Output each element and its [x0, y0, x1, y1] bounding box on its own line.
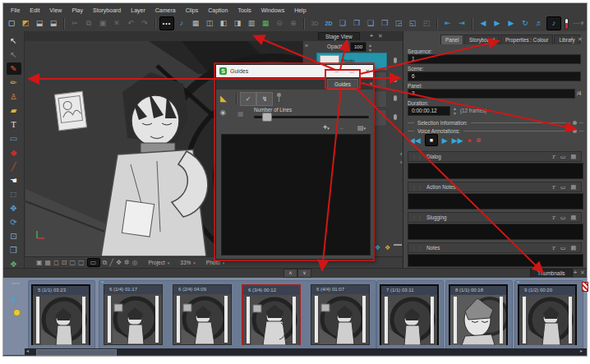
add-vector-layer-icon[interactable]: ❖	[375, 244, 380, 251]
opacity-spinner[interactable]: ▲▼	[368, 43, 372, 53]
text-format-icon[interactable]: T	[552, 245, 555, 251]
caption-folder-icon[interactable]: ▭	[560, 214, 566, 221]
scrollbar-handle[interactable]	[36, 349, 117, 356]
voice-stop-icon[interactable]: ■	[425, 134, 438, 146]
prev-panel-icon[interactable]: ◀	[477, 17, 490, 30]
caption-action-notes-header[interactable]: ⋮⋮ Action Notes T ▭ ▤	[408, 182, 582, 192]
panel-thumbnail-7[interactable]: 8 (1/1) 00:18	[449, 284, 508, 345]
guide-list-menu-icon[interactable]: ▤▾	[357, 124, 366, 131]
reset-2d-icon[interactable]: 2D	[322, 17, 335, 30]
brush-tool[interactable]: ✎	[7, 62, 21, 75]
rotate-3d-icon[interactable]: 3D	[308, 17, 321, 30]
vanishing-point-guide-icon[interactable]: ✓	[240, 92, 256, 106]
section-knob-icon[interactable]	[573, 121, 577, 125]
library-view-icon[interactable]: ▥	[245, 17, 258, 30]
cutter-tool[interactable]: ↖	[7, 48, 21, 61]
panel-collapse-left-icon[interactable]: ‹	[400, 151, 402, 157]
record-mode-icon[interactable]	[565, 18, 569, 30]
line-icon[interactable]: ╱	[109, 259, 113, 266]
zoom-level-dropdown[interactable]: —▾	[572, 17, 585, 30]
pivot-icon[interactable]: ◲	[392, 17, 405, 30]
duration-field[interactable]: 0:00:00.12	[408, 106, 450, 116]
caption-dialog-header[interactable]: ⋮⋮ Dialog T ▭ ▤	[408, 151, 582, 162]
text-tool[interactable]: T	[7, 118, 21, 131]
drag-handle-icon[interactable]: ⋮⋮	[412, 184, 423, 190]
panel-select-tool[interactable]: ⬚	[7, 188, 21, 200]
stamp-tool[interactable]: ♙	[7, 90, 21, 103]
menu-caption[interactable]: Caption	[204, 7, 232, 14]
tab-stage-view[interactable]: Stage View	[318, 32, 360, 40]
layout-panels-icon[interactable]: ◫	[203, 17, 216, 30]
square-grid-guide-icon[interactable]: ✳	[219, 108, 226, 117]
drag-handle-icon[interactable]: ⋮⋮	[412, 245, 423, 251]
scroll-left-icon[interactable]: ◂	[26, 348, 29, 353]
caption-folder-icon[interactable]: ▭	[560, 245, 566, 251]
text-format-icon[interactable]: T	[552, 154, 555, 160]
eraser-tool[interactable]: ▰	[7, 104, 21, 117]
new-guide-icon[interactable]: ◣	[220, 94, 227, 103]
voice-play-icon[interactable]: ▶	[442, 136, 448, 145]
menu-edit[interactable]: Edit	[25, 7, 44, 14]
tab-guides[interactable]: Guides	[327, 79, 358, 90]
opacity-value[interactable]: 100	[350, 42, 366, 52]
layer-panel-collapse-icon[interactable]: »	[305, 43, 308, 48]
caption-dialog-box[interactable]	[408, 163, 583, 179]
stage-close-view-icon[interactable]: ✕	[378, 33, 383, 39]
film-view-icon[interactable]: ◨	[231, 17, 244, 30]
tab-storyboard[interactable]: Storyboard	[464, 35, 500, 44]
layer-audio-icon[interactable]	[394, 76, 397, 82]
tab-properties-colour[interactable]: Properties : Colour	[500, 35, 554, 44]
menu-storyboard[interactable]: Storyboard	[89, 7, 125, 14]
last-frame-icon[interactable]: ⇥	[455, 17, 468, 30]
guides-dialog[interactable]: S Guides – □ ✕ Guides + ✕ ◣ ✓ ↯ ✳ ▦ Numb…	[215, 64, 374, 260]
stage-add-view-icon[interactable]: +	[370, 33, 373, 39]
onion-skin-icon[interactable]: ⧉	[103, 259, 108, 267]
minimize-icon[interactable]: –	[334, 67, 338, 75]
panel-collapse-right-icon[interactable]: ›	[400, 159, 402, 165]
number-of-lines-slider-handle[interactable]	[262, 113, 272, 122]
drag-handle-icon[interactable]: ⋮⋮	[412, 214, 423, 220]
text-format-icon[interactable]: T	[552, 184, 555, 191]
remove-guide-icon[interactable]: −	[339, 124, 343, 132]
guides-add-view-icon[interactable]: +	[362, 81, 366, 85]
caption-notes-header[interactable]: ⋮⋮ Notes T ▭ ▤	[408, 242, 582, 253]
caption-notes-box[interactable]	[408, 254, 583, 267]
stroke-tool[interactable]: ╱	[7, 160, 21, 173]
caption-action-notes-box[interactable]	[408, 193, 583, 210]
sound-scrub-icon[interactable]: ♪	[546, 16, 561, 30]
spin-icon[interactable]: ◰	[420, 17, 433, 30]
drag-handle-icon[interactable]: ⋮⋮	[412, 154, 423, 159]
copy-icon[interactable]: ⧉	[82, 17, 95, 30]
redo-icon[interactable]: ↷	[138, 17, 151, 30]
menu-windows[interactable]: Windows	[257, 7, 288, 14]
menu-camera[interactable]: Camera	[151, 7, 180, 14]
loop-icon[interactable]: ↻	[519, 17, 532, 30]
layer-audio-icon[interactable]	[394, 58, 397, 63]
panel-thumbnail-1[interactable]: 5 (1/1) 03:23	[31, 284, 90, 345]
voice-record-icon[interactable]: ●	[468, 136, 472, 145]
layer-audio-icon[interactable]	[394, 114, 397, 120]
layout-split-icon[interactable]: ◧	[217, 17, 230, 30]
grid-guide-icon[interactable]: ▦	[237, 110, 244, 117]
status-project-dropdown[interactable]: Project	[149, 260, 165, 265]
rotate-icon[interactable]: ❑	[364, 17, 377, 30]
add-sound-icon[interactable]: ♪	[175, 17, 188, 30]
tab-thumbnails[interactable]: Thumbnails	[530, 269, 573, 277]
light-table-icon[interactable]: ✥	[116, 259, 122, 266]
collapse-up-button[interactable]: ∧	[283, 269, 297, 278]
tab-library[interactable]: Library	[554, 35, 579, 44]
panel-thumbnail-8[interactable]: 9 (1/2) 00:20	[518, 284, 577, 345]
pegs-icon[interactable]: ✲	[124, 259, 130, 266]
select-tool[interactable]: ↖	[7, 35, 21, 47]
panel-thumbnail-5[interactable]: 6 (4/4) 01:07	[311, 284, 370, 345]
caption-folder-icon[interactable]: ▭	[560, 184, 566, 191]
rectangle-tool[interactable]: ▭	[7, 132, 21, 145]
fields-icon[interactable]: ⊡	[62, 259, 67, 266]
sequence-field[interactable]: 1	[408, 54, 581, 64]
cut-icon[interactable]: ✂	[68, 17, 81, 30]
pencil-tool[interactable]: ✏	[7, 76, 21, 89]
sound-icon[interactable]: ♬	[532, 17, 546, 30]
play-icon[interactable]: ▶	[505, 17, 518, 30]
rotate-view-tool[interactable]: ⟳	[7, 216, 21, 228]
coord-icon[interactable]: ◱	[406, 17, 419, 30]
